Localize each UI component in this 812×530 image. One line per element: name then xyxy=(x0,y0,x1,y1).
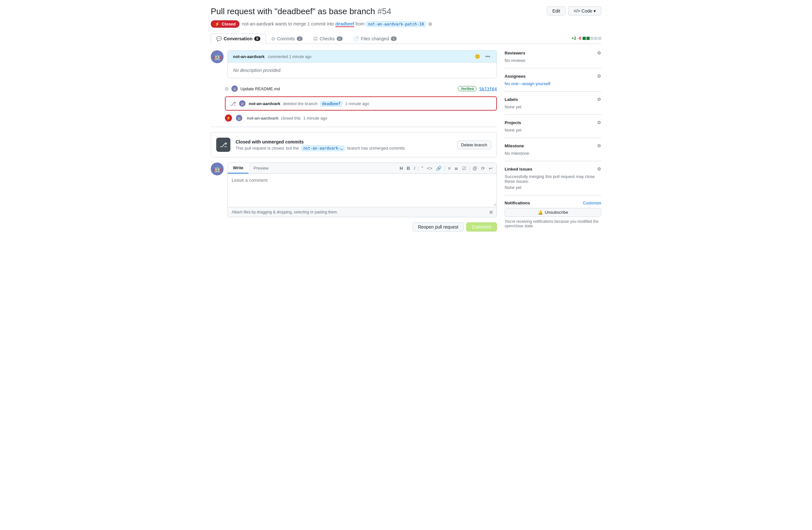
editor-footer-text: Attach files by dragging & dropping, sel… xyxy=(232,210,338,214)
heading-button[interactable]: H xyxy=(398,165,404,172)
more-options-button[interactable]: ••• xyxy=(484,53,491,60)
branch-delete-icon: ⎇ xyxy=(230,101,236,107)
conversation-icon: 💬 xyxy=(216,36,222,41)
tab-checks-label: Checks xyxy=(320,36,335,41)
comment-submit-button[interactable]: Comment xyxy=(466,223,497,231)
sidebar-assignees: Assignees ⚙ No one—assign yourself xyxy=(505,68,601,91)
edit-button[interactable]: Edit xyxy=(547,6,566,15)
from-text: from xyxy=(356,21,364,26)
assignees-value[interactable]: No one—assign yourself xyxy=(505,81,601,86)
comment-body-text: No description provided. xyxy=(233,68,491,73)
tab-commits[interactable]: ⊙ Commits 1 xyxy=(266,33,308,44)
milestone-gear-icon[interactable]: ⚙ xyxy=(597,143,601,148)
toolbar-divider-1: | xyxy=(418,166,419,171)
tab-files-changed[interactable]: 📄 Files changed 1 xyxy=(348,33,402,44)
comment-container: 🤖 not-an-aardvark commented 1 minute ago… xyxy=(211,50,497,78)
tab-conversation[interactable]: 💬 Conversation 0 xyxy=(211,33,266,44)
editor-footer: Attach files by dragging & dropping, sel… xyxy=(228,207,496,217)
labels-gear-icon[interactable]: ⚙ xyxy=(597,97,601,102)
assignees-title: Assignees xyxy=(505,74,525,78)
diff-bar xyxy=(583,37,601,40)
editor-container: 🤖 Write Preview H B I | xyxy=(211,162,497,231)
assignees-header: Assignees ⚙ xyxy=(505,73,601,78)
projects-value: None yet xyxy=(505,128,601,132)
emoji-button[interactable]: 🙂 xyxy=(473,53,481,60)
closed-event: ⚡ 🤖 not-an-aardvark closed this 1 minute… xyxy=(225,114,497,121)
projects-gear-icon[interactable]: ⚙ xyxy=(597,120,601,125)
checks-icon: ☑ xyxy=(314,36,318,41)
assignees-gear-icon[interactable]: ⚙ xyxy=(597,73,601,78)
notifications-customize[interactable]: Customize xyxy=(583,201,601,205)
bold-button[interactable]: B xyxy=(405,165,411,172)
diff-deletions: -0 xyxy=(577,36,581,41)
comment-body: No description provided. xyxy=(228,62,496,78)
editor-wrapper: Write Preview H B I | " <> 🔗 xyxy=(228,162,497,231)
reopen-button[interactable]: Reopen pull request xyxy=(412,223,464,231)
sidebar-projects: Projects ⚙ None yet xyxy=(505,115,601,138)
comment-actions: 🙂 ••• xyxy=(473,53,491,60)
diff-additions: +2 xyxy=(571,36,577,41)
tabs-list: 💬 Conversation 0 ⊙ Commits 1 ☑ Checks 0 … xyxy=(211,33,402,44)
commit-hash-link[interactable]: 5b73f64 xyxy=(479,86,497,91)
editor-avatar: 🤖 xyxy=(211,162,223,175)
commit-message[interactable]: Update README.md xyxy=(241,86,455,91)
reviewers-gear-icon[interactable]: ⚙ xyxy=(597,50,601,55)
comment-textarea[interactable] xyxy=(228,174,496,206)
italic-button[interactable]: I xyxy=(412,165,416,172)
link-button[interactable]: 🔗 xyxy=(435,165,443,172)
list-ol-button[interactable]: ≣ xyxy=(453,165,460,172)
quote-button[interactable]: " xyxy=(420,165,424,172)
commit-row: ⊙ 🤖 Update README.md Verified 5b73f64 xyxy=(225,84,497,94)
reviewers-title: Reviewers xyxy=(505,51,525,55)
closed-event-icon: ⚡ xyxy=(225,114,232,121)
status-desc-text: not-an-aardvark wants to merge 1 commit … xyxy=(242,21,334,26)
closed-event-avatar: 🤖 xyxy=(236,115,242,121)
header-buttons: Edit </> Code ▾ xyxy=(547,6,601,15)
undo-button[interactable]: ↩ xyxy=(488,165,494,172)
files-icon: 📄 xyxy=(353,36,359,41)
base-branch-link[interactable]: deadbeef xyxy=(335,21,354,27)
commit-verified-badge: Verified xyxy=(458,86,477,91)
tab-checks-count: 0 xyxy=(337,37,343,41)
unsubscribe-label: Unsubscribe xyxy=(545,210,568,215)
delete-branch-button[interactable]: Delete branch xyxy=(457,141,491,149)
status-description: not-an-aardvark wants to merge 1 commit … xyxy=(242,21,432,27)
comment-header: not-an-aardvark commented 1 minute ago 🙂… xyxy=(228,51,496,62)
unsubscribe-button[interactable]: 🔔 Unsubscribe xyxy=(505,208,601,217)
linked-issues-gear-icon[interactable]: ⚙ xyxy=(597,166,601,172)
comment-editor: Write Preview H B I | " <> 🔗 xyxy=(228,162,497,217)
copy-icon[interactable]: ⧉ xyxy=(429,21,432,26)
milestone-header: Milestone ⚙ xyxy=(505,143,601,148)
markdown-icon: ⊞ xyxy=(490,210,493,214)
checklist-button[interactable]: ☑ xyxy=(461,165,467,172)
notifications-header: Notifications Customize xyxy=(505,201,601,205)
code-button[interactable]: </> Code ▾ xyxy=(568,6,601,15)
sidebar-linked-issues: Linked issues ⚙ Successfully merging thi… xyxy=(505,161,601,195)
warning-desc: This pull request is closed, but the not… xyxy=(235,146,452,151)
diff-block-3 xyxy=(590,37,594,40)
reviewers-header: Reviewers ⚙ xyxy=(505,50,601,55)
divider xyxy=(211,127,497,127)
tab-checks[interactable]: ☑ Checks 0 xyxy=(308,33,348,44)
editor-avatar-img: 🤖 xyxy=(211,162,223,175)
comment-time: commented 1 minute ago xyxy=(268,55,311,59)
sidebar: Reviewers ⚙ No reviews Assignees ⚙ No on… xyxy=(505,50,601,233)
delete-event-action: deleted the branch xyxy=(283,101,318,106)
delete-event-time: 1 minute ago xyxy=(345,101,369,106)
milestone-value: No milestone xyxy=(505,151,601,156)
ref-button[interactable]: ⟳ xyxy=(480,165,486,172)
tab-conversation-count: 0 xyxy=(254,37,260,41)
commits-icon: ⊙ xyxy=(271,36,275,41)
closed-event-text: not-an-aardvark closed this 1 minute ago xyxy=(247,116,328,120)
delete-branch-event: ⎇ 🤖 not-an-aardvark deleted the branch d… xyxy=(225,96,497,111)
code-button-2[interactable]: <> xyxy=(426,165,433,172)
commit-dot-icon: ⊙ xyxy=(225,86,229,91)
commenter-avatar: 🤖 xyxy=(211,50,223,63)
sidebar-notifications: Notifications Customize 🔔 Unsubscribe Yo… xyxy=(505,195,601,233)
editor-tab-preview[interactable]: Preview xyxy=(248,163,274,173)
pr-status-bar: ⚡ Closed not-an-aardvark wants to merge … xyxy=(211,20,601,28)
list-ul-button[interactable]: ≡ xyxy=(447,165,452,172)
editor-tab-write[interactable]: Write xyxy=(228,163,248,173)
closed-event-time: 1 minute ago xyxy=(303,116,328,120)
mention-button[interactable]: @ xyxy=(472,165,478,172)
